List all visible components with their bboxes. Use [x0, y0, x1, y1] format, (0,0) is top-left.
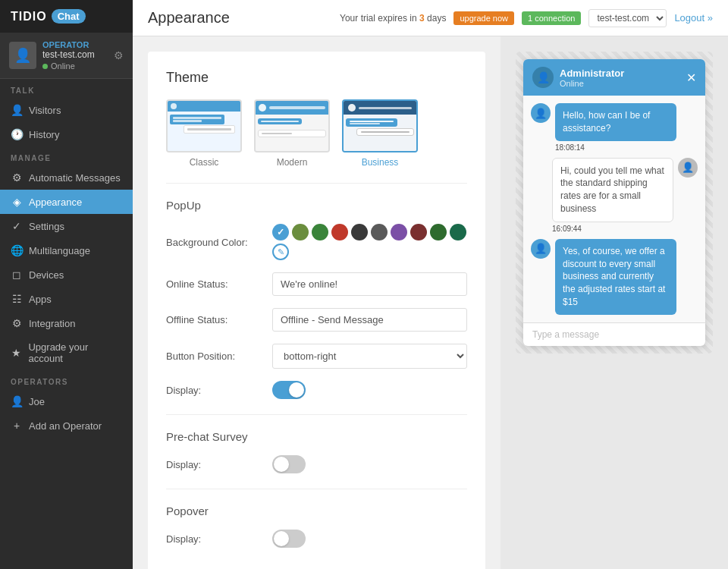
- content-card: Theme: [148, 52, 485, 569]
- popover-section-title: Popover: [166, 505, 467, 517]
- color-swatch-2[interactable]: [312, 224, 328, 240]
- sidebar-item-appearance[interactable]: ◈ Appearance: [0, 190, 133, 214]
- theme-modern-label: Modern: [277, 157, 308, 168]
- message-row: 👤 Hello, how can I be of assistance? 18:…: [531, 103, 698, 152]
- appearance-icon: ◈: [11, 196, 23, 208]
- prechat-section-title: Pre-chat Survey: [166, 430, 467, 443]
- msg-time-2: 16:09:44: [552, 225, 673, 233]
- user-bubble-1: Hi, could you tell me what the standard …: [552, 158, 673, 222]
- content-area: Theme: [133, 36, 728, 569]
- divider-1: [166, 183, 467, 184]
- history-icon: 🕐: [11, 128, 23, 140]
- offline-status-input[interactable]: [272, 308, 467, 332]
- message-row: 👤 Hi, could you tell me what the standar…: [531, 158, 698, 233]
- operators-section-label: OPERATORS: [0, 370, 133, 389]
- sidebar-logo: TIDIO Chat: [0, 0, 133, 33]
- popover-toggle-thumb: [274, 531, 289, 546]
- chat-input-bar: Type a message: [523, 322, 705, 346]
- sidebar-item-apps[interactable]: ☷ Apps: [0, 287, 133, 311]
- chat-agent-avatar: 👤: [532, 67, 554, 88]
- theme-classic[interactable]: Classic: [166, 99, 242, 168]
- theme-modern-preview: [254, 99, 330, 152]
- color-edit-icon[interactable]: ✎: [272, 244, 289, 260]
- sidebar-item-joe[interactable]: 👤 Joe: [0, 389, 133, 413]
- logo-brand: TIDIO: [11, 10, 47, 24]
- color-swatch-4[interactable]: [351, 224, 368, 240]
- popup-display-toggle[interactable]: [272, 381, 306, 399]
- chat-messages: 👤 Hello, how can I be of assistance? 18:…: [523, 96, 705, 322]
- apps-icon: ☷: [11, 293, 23, 305]
- color-swatch-3[interactable]: [331, 224, 348, 240]
- manage-section-label: MANAGE: [0, 146, 133, 165]
- agent-message-avatar: 👤: [531, 103, 551, 123]
- divider-2: [166, 414, 467, 415]
- avatar: 👤: [9, 42, 36, 69]
- sidebar-item-automatic-messages[interactable]: ⚙ Automatic Messages: [0, 165, 133, 190]
- chat-window: 👤 Administrator Online ✕ 👤: [523, 59, 705, 346]
- color-swatches: ✎: [272, 224, 467, 260]
- chat-close-button[interactable]: ✕: [686, 71, 696, 85]
- theme-row: Classic: [166, 99, 467, 168]
- sidebar-item-visitors[interactable]: 👤 Visitors: [0, 98, 133, 122]
- bg-color-row: Background Color: ✎: [166, 224, 467, 260]
- sidebar-item-add-operator[interactable]: + Add an Operator: [0, 413, 133, 438]
- user-role: OPERATOR: [42, 40, 108, 49]
- chat-agent-status: Online: [560, 79, 624, 88]
- sidebar-item-devices-label: Devices: [29, 269, 64, 281]
- color-swatch-8[interactable]: [430, 224, 447, 240]
- chat-agent-details: Administrator Online: [560, 68, 624, 88]
- prechat-toggle-thumb: [274, 457, 289, 472]
- online-status-input[interactable]: [272, 272, 467, 296]
- popup-display-row: Display:: [166, 381, 467, 399]
- offline-status-row: Offline Status:: [166, 308, 467, 332]
- sidebar-item-upgrade[interactable]: ★ Upgrade your account: [0, 335, 133, 370]
- button-position-select[interactable]: bottom-right bottom-left top-right top-l…: [272, 344, 467, 369]
- sidebar-item-history[interactable]: 🕐 History: [0, 122, 133, 146]
- bg-color-label: Background Color:: [166, 237, 272, 248]
- prechat-display-toggle[interactable]: [272, 455, 306, 473]
- domain-select[interactable]: test-test.com: [588, 9, 667, 27]
- integration-icon: ⚙: [11, 317, 23, 329]
- user-panel: 👤 OPERATOR test-test.com Online ⚙: [0, 33, 133, 79]
- message-row: 👤 Yes, of course, we offer a discount to…: [531, 239, 698, 315]
- color-swatch-1[interactable]: [292, 224, 309, 240]
- online-status-row: Online Status:: [166, 272, 467, 296]
- sidebar-item-upgrade-label: Upgrade your account: [28, 341, 122, 364]
- chat-input-placeholder: Type a message: [532, 329, 696, 340]
- sidebar-item-devices[interactable]: ◻ Devices: [0, 262, 133, 287]
- color-swatch-0[interactable]: [272, 224, 289, 240]
- theme-classic-preview: [166, 99, 242, 152]
- color-swatch-5[interactable]: [371, 224, 388, 240]
- color-swatch-6[interactable]: [391, 224, 407, 240]
- settings-nav-icon: ✓: [11, 220, 23, 232]
- settings-icon[interactable]: ⚙: [114, 49, 124, 61]
- sidebar-item-visitors-label: Visitors: [29, 105, 61, 116]
- agent-message-1: Hello, how can I be of assistance? 18:08…: [555, 103, 676, 152]
- sidebar-item-integration-label: Integration: [29, 318, 75, 329]
- color-swatch-9[interactable]: [450, 224, 466, 240]
- popover-display-toggle[interactable]: [272, 530, 306, 548]
- logout-button[interactable]: Logout »: [674, 12, 713, 24]
- automatic-messages-icon: ⚙: [11, 171, 23, 184]
- button-position-label: Button Position:: [166, 351, 272, 362]
- multilanguage-icon: 🌐: [11, 244, 23, 256]
- popover-display-row: Display:: [166, 530, 467, 548]
- color-swatch-7[interactable]: [410, 224, 427, 240]
- theme-modern[interactable]: Modern: [254, 99, 330, 168]
- devices-icon: ◻: [11, 269, 23, 281]
- user-domain: test-test.com: [42, 49, 108, 60]
- chat-agent-name: Administrator: [560, 68, 624, 79]
- sidebar-item-integration[interactable]: ⚙ Integration: [0, 311, 133, 335]
- popup-toggle-thumb: [289, 382, 304, 398]
- theme-business[interactable]: Business: [342, 99, 418, 168]
- trial-text: Your trial expires in 3 days: [340, 13, 446, 24]
- sidebar-item-multilanguage[interactable]: 🌐 Multilanguage: [0, 238, 133, 262]
- trial-prefix: Your trial expires in: [340, 13, 417, 24]
- joe-icon: 👤: [11, 395, 23, 407]
- trial-days: 3: [419, 13, 425, 24]
- upgrade-now-button[interactable]: upgrade now: [453, 11, 514, 25]
- sidebar-item-apps-label: Apps: [29, 294, 52, 305]
- theme-business-label: Business: [362, 157, 399, 168]
- visitors-icon: 👤: [11, 104, 23, 116]
- sidebar-item-settings[interactable]: ✓ Settings: [0, 214, 133, 238]
